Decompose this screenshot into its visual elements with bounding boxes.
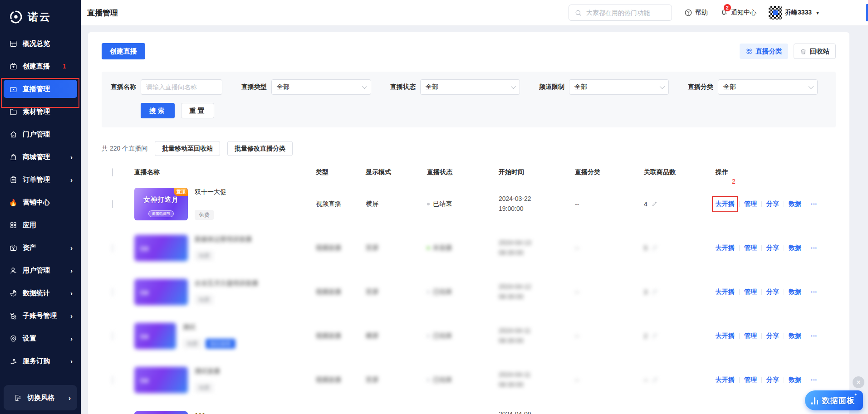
free-tag: 免费	[195, 295, 214, 305]
status-dot	[427, 291, 430, 293]
live-cover-thumbnail: 直播	[134, 367, 188, 393]
row-actions: 去开播 管理 分享 数据 ···	[716, 288, 836, 296]
data-link[interactable]: 数据	[789, 332, 801, 340]
free-tag: 免费	[195, 210, 214, 220]
sidebar-item-material[interactable]: 素材管理	[4, 102, 77, 121]
go-live-link[interactable]: 去开播	[716, 200, 735, 207]
live-title: 测试	[183, 323, 235, 331]
batch-edit-category-button[interactable]: 批量修改直播分类	[227, 141, 293, 156]
global-search[interactable]	[569, 5, 672, 21]
share-link[interactable]: 分享	[766, 288, 779, 296]
sidebar-item-apps[interactable]: 应用	[4, 216, 77, 234]
data-link[interactable]: 数据	[789, 244, 801, 252]
help-button[interactable]: 帮助	[684, 9, 708, 17]
free-tag: 免费	[195, 383, 214, 393]
sidebar-item-mall[interactable]: 商城管理 ›	[4, 148, 77, 166]
chevron-down-icon	[660, 84, 665, 89]
batch-move-recycle-button[interactable]: 批量移动至回收站	[155, 141, 220, 156]
data-link[interactable]: 数据	[789, 200, 801, 208]
manage-link[interactable]: 管理	[744, 376, 757, 384]
sidebar-item-orders[interactable]: 订单管理 ›	[4, 170, 77, 189]
data-link[interactable]: 数据	[789, 376, 801, 384]
go-live-link[interactable]: 去开播	[716, 288, 735, 296]
hand-heart-icon	[9, 357, 17, 365]
edit-products-icon[interactable]	[652, 332, 658, 340]
reset-button[interactable]: 重置	[181, 103, 214, 118]
row-checkbox[interactable]	[112, 376, 113, 384]
question-circle-icon	[684, 9, 692, 17]
more-actions-link[interactable]: ···	[811, 376, 817, 384]
gear-icon	[9, 334, 17, 342]
free-tag: 免费	[195, 251, 214, 261]
edit-products-icon[interactable]	[652, 200, 658, 208]
share-link[interactable]: 分享	[766, 244, 779, 252]
search-button[interactable]: 搜索	[141, 103, 175, 118]
user-menu[interactable]: 乔峰3333 ▼	[769, 6, 820, 19]
more-actions-link[interactable]: ···	[811, 288, 817, 296]
bar-chart-icon	[811, 396, 819, 404]
card-toolbar: 创建直播 直播分类 回收站	[102, 43, 836, 59]
username: 乔峰3333	[785, 9, 812, 17]
share-link[interactable]: 分享	[766, 332, 779, 340]
status-dot	[427, 335, 430, 337]
row-checkbox[interactable]	[112, 332, 113, 340]
sidebar-item-assets[interactable]: 资产 ›	[4, 239, 77, 257]
live-title: 双十一大促	[195, 188, 226, 196]
edit-products-icon[interactable]	[652, 376, 658, 384]
close-panel-button[interactable]: ×	[853, 376, 864, 388]
pie-icon	[9, 289, 17, 297]
sidebar-item-switch-style[interactable]: 切换风格 ›	[4, 385, 77, 410]
row-checkbox[interactable]	[112, 244, 113, 252]
select-all-checkbox[interactable]	[112, 168, 113, 176]
sidebar-item-marketing[interactable]: 🔥 营销中心	[4, 193, 77, 211]
share-link[interactable]: 分享	[766, 200, 779, 208]
row-actions: 去开播 管理 分享 数据 ···	[716, 376, 836, 384]
live-category-button[interactable]: 直播分类	[740, 44, 788, 59]
data-panel-button[interactable]: 数据面板	[805, 390, 863, 410]
search-input[interactable]	[586, 9, 666, 16]
edit-products-icon[interactable]	[652, 244, 658, 252]
live-status-select[interactable]: 全部	[420, 79, 520, 95]
sidebar-item-statistics[interactable]: 数据统计 ›	[4, 284, 77, 302]
manage-link[interactable]: 管理	[744, 288, 757, 296]
share-link[interactable]: 分享	[766, 376, 779, 384]
list-summary: 共 220 个直播间 批量移动至回收站 批量修改直播分类	[102, 141, 836, 156]
manage-link[interactable]: 管理	[744, 244, 757, 252]
sidebar-item-create-live[interactable]: 创建直播 1	[4, 57, 77, 75]
go-live-link[interactable]: 去开播	[716, 332, 735, 340]
sidebar-item-subaccounts[interactable]: 子账号管理 ›	[4, 307, 77, 325]
data-link[interactable]: 数据	[789, 288, 801, 296]
tv-play-icon	[9, 85, 17, 93]
live-name-input[interactable]	[141, 79, 222, 95]
sidebar-item-service-order[interactable]: 服务订购 ›	[4, 352, 77, 370]
recycle-bin-button[interactable]: 回收站	[794, 44, 836, 59]
live-cover-thumbnail	[134, 411, 188, 414]
create-live-button[interactable]: 创建直播	[102, 43, 145, 59]
sidebar-item-overview[interactable]: 概况总览	[4, 34, 77, 53]
manage-link[interactable]: 管理	[744, 332, 757, 340]
notification-center[interactable]: 2 通知中心	[720, 8, 756, 18]
annotation-step-1: 1	[63, 63, 66, 70]
go-live-link[interactable]: 去开播	[716, 244, 735, 252]
go-live-link[interactable]: 去开播	[716, 376, 735, 384]
live-category-select[interactable]: 全部	[718, 79, 818, 95]
main-area: 直播管理 帮助 2 通知中心	[81, 0, 868, 414]
chevron-down-icon	[362, 84, 367, 89]
sidebar-item-live-management[interactable]: 直播管理	[4, 80, 77, 98]
sidebar-item-users[interactable]: 用户管理 ›	[4, 261, 77, 279]
filter-live-category: 直播分类 全部	[688, 79, 818, 95]
manage-link[interactable]: 管理	[744, 200, 757, 208]
row-checkbox[interactable]	[112, 200, 113, 208]
more-actions-link[interactable]: ···	[811, 332, 817, 340]
edit-products-icon[interactable]	[652, 288, 658, 296]
folder-icon	[9, 107, 17, 116]
channel-limit-select[interactable]: 全部	[569, 79, 669, 95]
live-type-select[interactable]: 全部	[271, 79, 371, 95]
sidebar-item-settings[interactable]: 设置 ›	[4, 329, 77, 347]
edge-widget[interactable]	[866, 4, 868, 21]
more-actions-link[interactable]: ···	[811, 200, 817, 208]
row-checkbox[interactable]	[112, 288, 113, 296]
more-actions-link[interactable]: ···	[811, 244, 817, 252]
sidebar-item-portal[interactable]: 门户管理	[4, 125, 77, 143]
live-title: 测试直播	[195, 367, 220, 375]
